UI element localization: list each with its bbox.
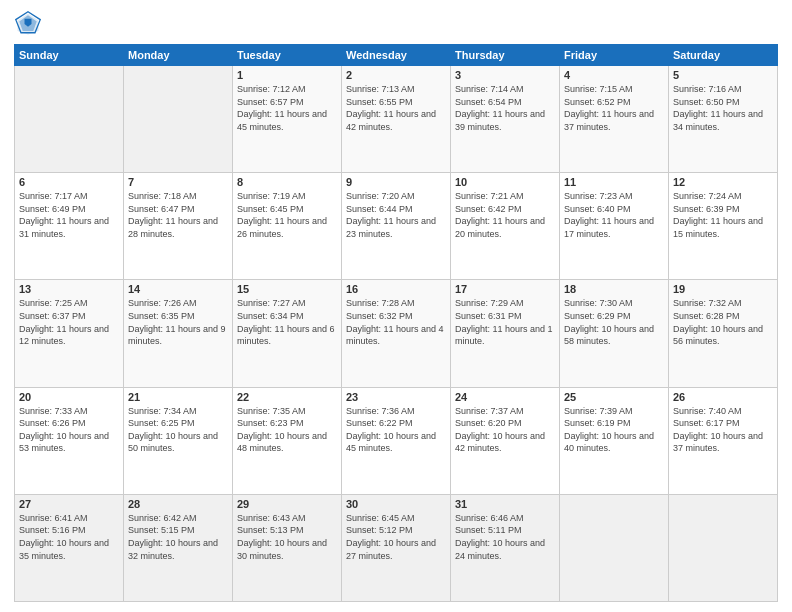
- day-number: 28: [128, 498, 228, 510]
- calendar-cell: 15Sunrise: 7:27 AM Sunset: 6:34 PM Dayli…: [233, 280, 342, 387]
- calendar-cell: [15, 66, 124, 173]
- day-info: Sunrise: 7:30 AM Sunset: 6:29 PM Dayligh…: [564, 297, 664, 347]
- calendar-cell: 13Sunrise: 7:25 AM Sunset: 6:37 PM Dayli…: [15, 280, 124, 387]
- calendar-cell: 30Sunrise: 6:45 AM Sunset: 5:12 PM Dayli…: [342, 494, 451, 601]
- day-number: 20: [19, 391, 119, 403]
- calendar-cell: 31Sunrise: 6:46 AM Sunset: 5:11 PM Dayli…: [451, 494, 560, 601]
- day-number: 4: [564, 69, 664, 81]
- day-number: 10: [455, 176, 555, 188]
- day-number: 21: [128, 391, 228, 403]
- day-info: Sunrise: 7:36 AM Sunset: 6:22 PM Dayligh…: [346, 405, 446, 455]
- calendar-cell: 9Sunrise: 7:20 AM Sunset: 6:44 PM Daylig…: [342, 173, 451, 280]
- calendar-cell: 4Sunrise: 7:15 AM Sunset: 6:52 PM Daylig…: [560, 66, 669, 173]
- day-info: Sunrise: 7:13 AM Sunset: 6:55 PM Dayligh…: [346, 83, 446, 133]
- calendar-header-row: SundayMondayTuesdayWednesdayThursdayFrid…: [15, 45, 778, 66]
- calendar-cell: [124, 66, 233, 173]
- day-info: Sunrise: 7:12 AM Sunset: 6:57 PM Dayligh…: [237, 83, 337, 133]
- day-number: 17: [455, 283, 555, 295]
- calendar-cell: 25Sunrise: 7:39 AM Sunset: 6:19 PM Dayli…: [560, 387, 669, 494]
- calendar-cell: 2Sunrise: 7:13 AM Sunset: 6:55 PM Daylig…: [342, 66, 451, 173]
- day-info: Sunrise: 6:42 AM Sunset: 5:15 PM Dayligh…: [128, 512, 228, 562]
- logo-icon: [14, 10, 42, 38]
- day-number: 24: [455, 391, 555, 403]
- day-info: Sunrise: 7:35 AM Sunset: 6:23 PM Dayligh…: [237, 405, 337, 455]
- calendar-cell: 14Sunrise: 7:26 AM Sunset: 6:35 PM Dayli…: [124, 280, 233, 387]
- calendar-cell: 29Sunrise: 6:43 AM Sunset: 5:13 PM Dayli…: [233, 494, 342, 601]
- day-info: Sunrise: 7:14 AM Sunset: 6:54 PM Dayligh…: [455, 83, 555, 133]
- day-number: 3: [455, 69, 555, 81]
- weekday-header: Thursday: [451, 45, 560, 66]
- day-number: 22: [237, 391, 337, 403]
- day-number: 9: [346, 176, 446, 188]
- day-number: 6: [19, 176, 119, 188]
- day-info: Sunrise: 7:33 AM Sunset: 6:26 PM Dayligh…: [19, 405, 119, 455]
- calendar-cell: 10Sunrise: 7:21 AM Sunset: 6:42 PM Dayli…: [451, 173, 560, 280]
- weekday-header: Sunday: [15, 45, 124, 66]
- day-info: Sunrise: 7:15 AM Sunset: 6:52 PM Dayligh…: [564, 83, 664, 133]
- day-number: 30: [346, 498, 446, 510]
- day-info: Sunrise: 7:29 AM Sunset: 6:31 PM Dayligh…: [455, 297, 555, 347]
- day-number: 2: [346, 69, 446, 81]
- day-number: 25: [564, 391, 664, 403]
- day-info: Sunrise: 7:32 AM Sunset: 6:28 PM Dayligh…: [673, 297, 773, 347]
- day-info: Sunrise: 7:21 AM Sunset: 6:42 PM Dayligh…: [455, 190, 555, 240]
- day-number: 27: [19, 498, 119, 510]
- calendar-table: SundayMondayTuesdayWednesdayThursdayFrid…: [14, 44, 778, 602]
- day-number: 29: [237, 498, 337, 510]
- logo: [14, 10, 46, 38]
- day-info: Sunrise: 6:45 AM Sunset: 5:12 PM Dayligh…: [346, 512, 446, 562]
- day-number: 1: [237, 69, 337, 81]
- calendar-cell: 27Sunrise: 6:41 AM Sunset: 5:16 PM Dayli…: [15, 494, 124, 601]
- header: [14, 10, 778, 38]
- day-info: Sunrise: 7:24 AM Sunset: 6:39 PM Dayligh…: [673, 190, 773, 240]
- day-info: Sunrise: 6:46 AM Sunset: 5:11 PM Dayligh…: [455, 512, 555, 562]
- day-number: 5: [673, 69, 773, 81]
- day-number: 18: [564, 283, 664, 295]
- calendar-cell: 22Sunrise: 7:35 AM Sunset: 6:23 PM Dayli…: [233, 387, 342, 494]
- calendar-cell: 6Sunrise: 7:17 AM Sunset: 6:49 PM Daylig…: [15, 173, 124, 280]
- day-number: 19: [673, 283, 773, 295]
- day-info: Sunrise: 7:16 AM Sunset: 6:50 PM Dayligh…: [673, 83, 773, 133]
- calendar-week-row: 6Sunrise: 7:17 AM Sunset: 6:49 PM Daylig…: [15, 173, 778, 280]
- day-info: Sunrise: 7:40 AM Sunset: 6:17 PM Dayligh…: [673, 405, 773, 455]
- calendar-cell: 26Sunrise: 7:40 AM Sunset: 6:17 PM Dayli…: [669, 387, 778, 494]
- calendar-cell: 1Sunrise: 7:12 AM Sunset: 6:57 PM Daylig…: [233, 66, 342, 173]
- day-number: 31: [455, 498, 555, 510]
- calendar-cell: 17Sunrise: 7:29 AM Sunset: 6:31 PM Dayli…: [451, 280, 560, 387]
- day-number: 23: [346, 391, 446, 403]
- day-info: Sunrise: 7:25 AM Sunset: 6:37 PM Dayligh…: [19, 297, 119, 347]
- calendar-cell: 24Sunrise: 7:37 AM Sunset: 6:20 PM Dayli…: [451, 387, 560, 494]
- day-number: 26: [673, 391, 773, 403]
- day-info: Sunrise: 7:23 AM Sunset: 6:40 PM Dayligh…: [564, 190, 664, 240]
- calendar-week-row: 13Sunrise: 7:25 AM Sunset: 6:37 PM Dayli…: [15, 280, 778, 387]
- calendar-cell: 19Sunrise: 7:32 AM Sunset: 6:28 PM Dayli…: [669, 280, 778, 387]
- day-number: 8: [237, 176, 337, 188]
- day-info: Sunrise: 6:43 AM Sunset: 5:13 PM Dayligh…: [237, 512, 337, 562]
- calendar-cell: 16Sunrise: 7:28 AM Sunset: 6:32 PM Dayli…: [342, 280, 451, 387]
- day-info: Sunrise: 7:39 AM Sunset: 6:19 PM Dayligh…: [564, 405, 664, 455]
- day-info: Sunrise: 7:37 AM Sunset: 6:20 PM Dayligh…: [455, 405, 555, 455]
- calendar-cell: [669, 494, 778, 601]
- day-number: 7: [128, 176, 228, 188]
- day-number: 13: [19, 283, 119, 295]
- calendar-cell: 7Sunrise: 7:18 AM Sunset: 6:47 PM Daylig…: [124, 173, 233, 280]
- calendar-week-row: 1Sunrise: 7:12 AM Sunset: 6:57 PM Daylig…: [15, 66, 778, 173]
- day-number: 11: [564, 176, 664, 188]
- day-number: 16: [346, 283, 446, 295]
- day-number: 15: [237, 283, 337, 295]
- day-info: Sunrise: 7:28 AM Sunset: 6:32 PM Dayligh…: [346, 297, 446, 347]
- calendar-cell: 12Sunrise: 7:24 AM Sunset: 6:39 PM Dayli…: [669, 173, 778, 280]
- calendar-week-row: 20Sunrise: 7:33 AM Sunset: 6:26 PM Dayli…: [15, 387, 778, 494]
- day-info: Sunrise: 7:27 AM Sunset: 6:34 PM Dayligh…: [237, 297, 337, 347]
- day-number: 12: [673, 176, 773, 188]
- calendar-cell: 20Sunrise: 7:33 AM Sunset: 6:26 PM Dayli…: [15, 387, 124, 494]
- calendar-week-row: 27Sunrise: 6:41 AM Sunset: 5:16 PM Dayli…: [15, 494, 778, 601]
- weekday-header: Friday: [560, 45, 669, 66]
- day-info: Sunrise: 7:26 AM Sunset: 6:35 PM Dayligh…: [128, 297, 228, 347]
- day-info: Sunrise: 6:41 AM Sunset: 5:16 PM Dayligh…: [19, 512, 119, 562]
- calendar-cell: 23Sunrise: 7:36 AM Sunset: 6:22 PM Dayli…: [342, 387, 451, 494]
- calendar-cell: 21Sunrise: 7:34 AM Sunset: 6:25 PM Dayli…: [124, 387, 233, 494]
- calendar-cell: 5Sunrise: 7:16 AM Sunset: 6:50 PM Daylig…: [669, 66, 778, 173]
- calendar-cell: 11Sunrise: 7:23 AM Sunset: 6:40 PM Dayli…: [560, 173, 669, 280]
- day-info: Sunrise: 7:19 AM Sunset: 6:45 PM Dayligh…: [237, 190, 337, 240]
